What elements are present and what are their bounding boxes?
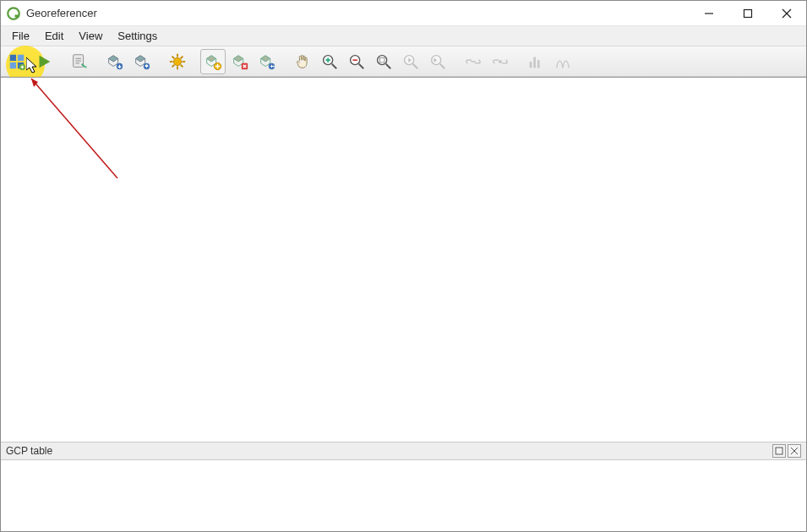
link-qgis-button	[488, 49, 513, 74]
svg-marker-45	[26, 57, 36, 73]
svg-rect-42	[530, 62, 532, 68]
transformation-settings-button[interactable]	[165, 49, 190, 74]
qgis-app-icon	[6, 6, 21, 21]
zoom-out-button[interactable]	[344, 49, 369, 74]
svg-marker-13	[85, 65, 86, 68]
svg-line-23	[172, 64, 175, 67]
svg-rect-1	[15, 14, 19, 17]
minimize-button[interactable]	[690, 1, 728, 25]
svg-rect-8	[10, 62, 16, 68]
gcp-panel-close-button[interactable]	[788, 444, 801, 458]
gcp-panel-title: GCP table	[6, 445, 52, 457]
svg-line-21	[172, 56, 175, 58]
menu-bar: File Edit View Settings	[1, 26, 806, 46]
svg-rect-44	[537, 60, 540, 68]
svg-point-16	[173, 57, 181, 65]
title-bar: Georeferencer	[1, 1, 806, 26]
gcp-table-body[interactable]	[1, 460, 806, 531]
pan-button[interactable]	[290, 49, 315, 74]
histogram-button	[523, 49, 548, 74]
svg-line-30	[332, 63, 337, 68]
svg-point-33	[378, 55, 387, 64]
cursor-annotation	[26, 57, 40, 74]
window-controls	[690, 1, 806, 25]
svg-marker-11	[40, 55, 51, 68]
svg-line-22	[181, 64, 183, 67]
generate-script-button[interactable]	[67, 49, 92, 74]
toolbar	[1, 46, 806, 77]
load-gcp-button[interactable]	[102, 49, 128, 74]
zoom-layer-button[interactable]	[371, 49, 396, 74]
svg-line-24	[181, 56, 183, 58]
svg-line-37	[413, 63, 418, 68]
add-point-button[interactable]	[200, 49, 226, 74]
svg-rect-3	[744, 9, 752, 17]
gcp-panel-float-button[interactable]	[772, 444, 786, 458]
georeferencer-window: Georeferencer File Edit View Settings	[0, 0, 807, 532]
move-point-button[interactable]	[254, 49, 280, 74]
svg-rect-6	[10, 54, 16, 60]
svg-point-0	[8, 8, 19, 19]
zoom-next-button	[425, 49, 450, 74]
svg-line-39	[440, 63, 445, 68]
svg-rect-48	[776, 448, 782, 454]
svg-rect-7	[18, 54, 24, 60]
svg-line-34	[386, 63, 391, 68]
map-canvas[interactable]	[1, 77, 806, 442]
svg-rect-43	[533, 57, 536, 68]
svg-point-41	[499, 60, 502, 63]
menu-file[interactable]: File	[4, 27, 37, 45]
window-title: Georeferencer	[26, 7, 690, 19]
menu-edit[interactable]: Edit	[37, 27, 71, 45]
svg-line-32	[359, 63, 364, 68]
gcp-panel-header: GCP table	[1, 442, 806, 460]
menu-view[interactable]: View	[71, 27, 110, 45]
menu-settings[interactable]: Settings	[110, 27, 165, 45]
zoom-last-button	[398, 49, 423, 74]
maximize-button[interactable]	[728, 1, 767, 25]
close-button[interactable]	[767, 1, 806, 25]
link-georef-button	[461, 49, 486, 74]
save-gcp-button[interactable]	[129, 49, 155, 74]
delete-point-button[interactable]	[227, 49, 253, 74]
stretch-button	[550, 49, 575, 74]
zoom-in-button[interactable]	[317, 49, 342, 74]
